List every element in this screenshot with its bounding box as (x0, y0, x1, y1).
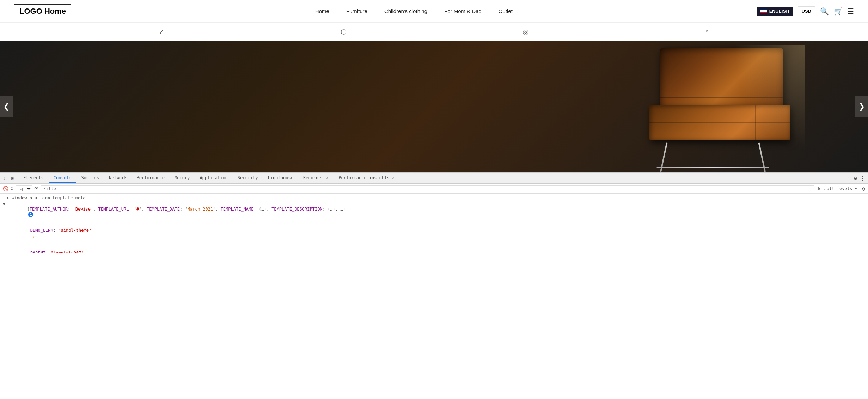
orange-arrow-annotation: ⟵ (33, 233, 37, 240)
tab-performance-insights[interactable]: Performance insights ⚠ (334, 173, 399, 183)
console-settings-icon[interactable]: ⚙ (862, 186, 865, 192)
tab-security[interactable]: Security (233, 173, 263, 183)
nav-item-childrens[interactable]: Children's clothing (384, 8, 427, 14)
console-output: › > window.platform.template.meta ▼ {TEM… (0, 194, 868, 253)
secondary-nav-box[interactable]: ⬡ (341, 28, 347, 36)
devtools-toolbar-icons: ⬚ ▣ (3, 175, 16, 181)
next-arrow-icon: ❯ (858, 102, 865, 111)
chevron-right-icon: › (3, 195, 5, 200)
console-result-collapsed[interactable]: ▼ {TEMPLATE_AUTHOR: 'Bewise', TEMPLATE_U… (0, 201, 868, 223)
console-parent: PARENT: "template007" (0, 245, 868, 253)
logo[interactable]: LOGO Home (14, 4, 71, 18)
console-input-line: › > window.platform.template.meta (0, 194, 868, 201)
nav-item-mom-dad[interactable]: For Mom & Dad (444, 8, 482, 14)
clear-console-icon[interactable]: 🚫 (3, 186, 8, 191)
devtools-panel: ⬚ ▣ Elements Console Sources Network Per… (0, 172, 868, 253)
search-icon[interactable]: 🔍 (820, 7, 829, 16)
hero-next-button[interactable]: ❯ (855, 96, 868, 117)
expand-arrow-icon[interactable]: ▼ (3, 202, 5, 206)
secondary-nav-user[interactable]: ♀ (704, 28, 710, 36)
secondary-nav-location[interactable]: ◎ (522, 28, 528, 36)
prev-arrow-icon: ❮ (3, 102, 10, 111)
demo-link-text: DEMO_LINK: "simpl-theme" ⟵ (10, 223, 865, 244)
console-toolbar: 🚫 ⊘ top 👁 Default levels ▾ ⚙ (0, 184, 868, 194)
console-filter-input[interactable] (41, 185, 814, 192)
eye-icon[interactable]: 👁 (34, 186, 39, 191)
tab-performance[interactable]: Performance (132, 173, 170, 183)
tab-elements[interactable]: Elements (18, 173, 49, 183)
hero-prev-button[interactable]: ❮ (0, 96, 13, 117)
devtools-tab-bar: ⬚ ▣ Elements Console Sources Network Per… (0, 173, 868, 184)
parent-text: PARENT: "template007" (10, 246, 865, 253)
frame-selector[interactable]: top (16, 185, 32, 192)
nav-item-furniture[interactable]: Furniture (346, 8, 367, 14)
console-result-text: {TEMPLATE_AUTHOR: 'Bewise', TEMPLATE_URL… (7, 202, 865, 222)
info-badge[interactable]: i (28, 212, 33, 217)
tab-recorder[interactable]: Recorder ⚠ (298, 173, 334, 183)
tab-network[interactable]: Network (104, 173, 132, 183)
devtools-settings-group: ⚙ ⋮ (854, 175, 865, 181)
secondary-nav-check[interactable]: ✓ (159, 28, 165, 36)
hero-section: ❮ ❯ (0, 41, 868, 172)
header-right: ENGLISH USD 🔍 🛒 ☰ (757, 6, 854, 16)
site-header: LOGO Home Home Furniture Children's clot… (0, 0, 868, 23)
devtools-device-icon[interactable]: ▣ (10, 175, 16, 181)
nav-item-home[interactable]: Home (315, 8, 329, 14)
menu-icon[interactable]: ☰ (848, 7, 854, 16)
cart-icon[interactable]: 🛒 (834, 7, 843, 16)
console-input-text: > window.platform.template.meta (7, 195, 865, 200)
main-nav: Home Furniture Children's clothing For M… (315, 8, 513, 14)
flag-icon (760, 9, 767, 13)
currency-button[interactable]: USD (798, 6, 815, 16)
secondary-nav: ✓ ⬡ ◎ ♀ (0, 23, 868, 41)
tab-memory[interactable]: Memory (170, 173, 195, 183)
logo-rest: Home (42, 7, 66, 16)
tab-sources[interactable]: Sources (76, 173, 104, 183)
tab-console[interactable]: Console (49, 173, 77, 183)
devtools-more-icon[interactable]: ⋮ (860, 175, 865, 181)
currency-label: USD (802, 8, 811, 14)
logo-bold: LOGO (19, 7, 42, 16)
hero-chair-image (621, 45, 805, 172)
tab-application[interactable]: Application (195, 173, 232, 183)
stop-icon[interactable]: ⊘ (11, 186, 13, 191)
tab-lighthouse[interactable]: Lighthouse (263, 173, 298, 183)
console-demo-link: DEMO_LINK: "simpl-theme" ⟵ (0, 223, 868, 245)
devtools-inspect-icon[interactable]: ⬚ (3, 175, 8, 181)
default-levels-dropdown[interactable]: Default levels ▾ (817, 186, 857, 191)
language-button[interactable]: ENGLISH (757, 7, 793, 16)
nav-links: Home Furniture Children's clothing For M… (315, 8, 513, 14)
nav-item-outlet[interactable]: Outlet (499, 8, 513, 14)
lang-label: ENGLISH (769, 9, 789, 14)
devtools-settings-icon[interactable]: ⚙ (854, 175, 857, 181)
